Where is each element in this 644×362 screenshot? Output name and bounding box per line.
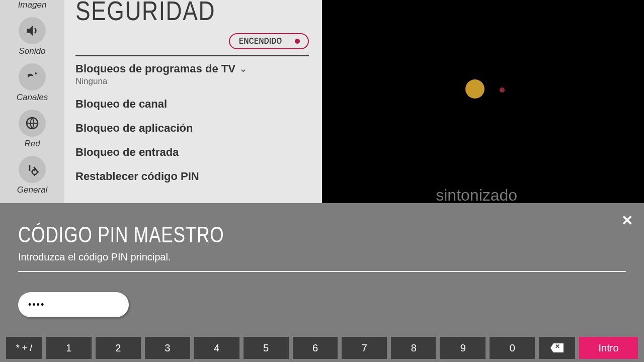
key-6[interactable]: 6 (293, 337, 338, 359)
setting-input-lock[interactable]: Bloqueo de entrada (75, 140, 309, 164)
setting-title-label: Bloqueo de canal (75, 98, 167, 111)
key-4[interactable]: 4 (194, 337, 239, 359)
setting-title-label: Bloqueo de entrada (75, 146, 179, 159)
security-toggle[interactable]: ENCENDIDO (229, 33, 309, 49)
setting-title-label: Restablecer código PIN (75, 170, 199, 183)
backspace-icon (550, 343, 564, 352)
pin-input[interactable]: •••• (18, 292, 129, 317)
sidebar-item-label: Imagen (18, 0, 47, 10)
sidebar-item-label: Red (24, 139, 40, 149)
key-3[interactable]: 3 (145, 337, 190, 359)
sidebar-item-general[interactable]: General (0, 152, 64, 198)
pin-value: •••• (28, 300, 45, 310)
tv-status-text: sintonizado (436, 186, 517, 205)
sound-icon (19, 17, 46, 44)
toggle-indicator-icon (295, 39, 300, 44)
setting-channel-lock[interactable]: Bloqueo de canal (75, 92, 309, 116)
sidebar-item-sonido[interactable]: Sonido (0, 13, 64, 59)
setting-reset-pin[interactable]: Restablecer código PIN (75, 164, 309, 188)
sidebar-item-red[interactable]: Red (0, 106, 64, 152)
tv-preview: sintonizado (322, 0, 644, 203)
sidebar-item-imagen[interactable]: Imagen (0, 0, 64, 13)
panel-title: SEGURIDAD (75, 0, 267, 26)
key-0[interactable]: 0 (490, 337, 535, 359)
sidebar-item-label: Sonido (19, 46, 46, 56)
numeric-keypad: * + / 1 2 3 4 5 6 7 8 9 0 Intro (0, 334, 644, 362)
sidebar-item-label: General (17, 185, 47, 195)
key-9[interactable]: 9 (440, 337, 486, 359)
key-backspace[interactable] (539, 337, 575, 359)
setting-app-lock[interactable]: Bloqueo de aplicación (75, 116, 309, 140)
channels-icon (19, 63, 46, 90)
sidebar-item-canales[interactable]: Canales (0, 59, 64, 106)
modal-subtitle: Introduzca el código PIN principal. (18, 251, 626, 272)
key-enter[interactable]: Intro (579, 337, 638, 359)
toggle-label: ENCENDIDO (239, 37, 282, 46)
modal-title: CÓDIGO PIN MAESTRO (18, 222, 504, 247)
key-8[interactable]: 8 (391, 337, 436, 359)
general-icon (19, 156, 46, 183)
key-symbols[interactable]: * + / (6, 337, 42, 359)
setting-tv-program-locks[interactable]: Bloqueos de programas de TV ⌄ Ninguna (75, 56, 309, 92)
sidebar-item-label: Canales (17, 93, 48, 103)
key-2[interactable]: 2 (96, 337, 141, 359)
security-panel: SEGURIDAD ENCENDIDO Bloqueos de programa… (64, 0, 322, 203)
network-icon (19, 110, 46, 137)
svg-point-0 (35, 72, 37, 74)
security-toggle-row: ENCENDIDO (75, 26, 309, 56)
close-button[interactable]: ✕ (621, 212, 633, 229)
pin-modal: ✕ CÓDIGO PIN MAESTRO Introduzca el códig… (0, 203, 644, 362)
settings-sidebar: Imagen Sonido Canales Red General (0, 0, 64, 203)
key-7[interactable]: 7 (342, 337, 387, 359)
key-5[interactable]: 5 (244, 337, 289, 359)
key-1[interactable]: 1 (46, 337, 92, 359)
loading-indicator-icon (460, 79, 506, 100)
setting-title-label: Bloqueo de aplicación (75, 122, 193, 135)
setting-title-label: Bloqueos de programas de TV (75, 62, 235, 75)
chevron-down-icon: ⌄ (239, 63, 247, 74)
setting-subtitle: Ninguna (75, 76, 309, 86)
